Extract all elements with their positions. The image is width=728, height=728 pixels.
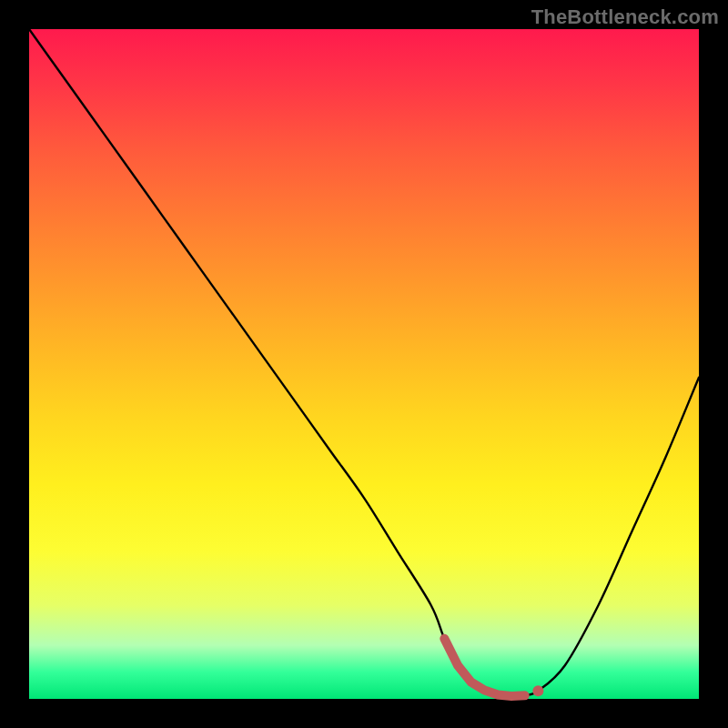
optimal-range-highlight: [444, 639, 524, 696]
marker-point: [532, 685, 543, 696]
plot-area: [29, 29, 699, 699]
chart-frame: TheBottleneck.com: [0, 0, 728, 728]
bottleneck-curve: [29, 29, 699, 696]
watermark-text: TheBottleneck.com: [531, 5, 719, 29]
curve-svg: [29, 29, 699, 699]
